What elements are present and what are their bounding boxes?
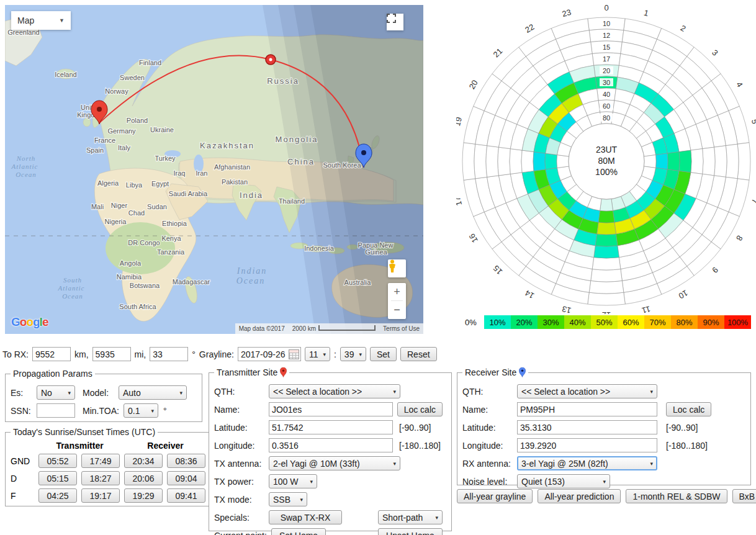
tx-name-input[interactable] (269, 402, 393, 416)
calendar-icon[interactable] (289, 349, 299, 359)
wheel-cell-h12-b80[interactable] (600, 199, 613, 211)
set-button[interactable]: Set (370, 347, 397, 361)
wheel-cell-h12-b17[interactable] (592, 258, 621, 270)
wheel-cell-h18-b12[interactable] (474, 144, 487, 179)
wheel-cell-h6-b12[interactable] (726, 144, 739, 179)
rx-loc-calc-button[interactable]: Loc calc (666, 402, 711, 416)
wheel-cell-h18-b60[interactable] (545, 153, 557, 169)
time-button[interactable]: 19:17 (81, 488, 120, 503)
wheel-cell-h12-b15[interactable] (591, 269, 623, 282)
tx-latitude-input[interactable] (269, 420, 393, 434)
map-canvas[interactable]: GreenlandIcelandFinlandSwedenNorwayUnite… (5, 5, 423, 334)
wheel-cell-h6-b80[interactable] (644, 155, 656, 168)
wheel-cell-h6-b40[interactable] (667, 152, 680, 171)
time-button[interactable]: 20:06 (124, 471, 163, 485)
min-toa-select[interactable]: 0.1 ▾ (124, 403, 158, 418)
zoom-in-button[interactable]: + (388, 283, 406, 300)
time-button[interactable]: 18:27 (81, 471, 120, 485)
wheel-cell-h18-b15[interactable] (486, 146, 498, 178)
tx-antenna-select[interactable]: 2-el Yagi @ 10M (33ft) ▾ (269, 456, 400, 470)
rx-longitude-input[interactable] (517, 438, 657, 452)
distance-km-input[interactable] (32, 347, 71, 361)
chevron-down-icon: ▼ (59, 17, 65, 24)
map-type-selector[interactable]: Map ▼ (11, 11, 71, 30)
unset-home-button[interactable]: Unset Home (378, 528, 443, 535)
map-scale-bar (318, 325, 376, 331)
tx-longitude-input[interactable] (269, 438, 393, 452)
bearing-input[interactable] (150, 347, 188, 361)
midpoint-marker[interactable] (266, 55, 276, 65)
ssn-input[interactable] (37, 403, 75, 418)
fullscreen-button[interactable] (387, 14, 403, 30)
tx-power-select[interactable]: 100 W ▾ (269, 474, 317, 488)
distance-mi-input[interactable] (92, 347, 131, 361)
google-map[interactable]: GreenlandIcelandFinlandSwedenNorwayUnite… (5, 5, 423, 334)
red-pin-icon (280, 367, 287, 377)
tx-loc-calc-button[interactable]: Loc calc (397, 402, 443, 416)
wheel-cell-h18-b17[interactable] (498, 147, 510, 176)
google-logo-letter: G (11, 315, 20, 329)
swap-tx-rx-button[interactable]: Swap TX-RX (269, 510, 342, 524)
rx-noise-select[interactable]: Quiet (153) ▾ (517, 474, 610, 488)
wheel-cell-h6-b20[interactable] (691, 149, 703, 174)
all-year-prediction-button[interactable]: All-year prediction (538, 489, 621, 503)
google-logo[interactable]: Google (11, 315, 48, 329)
time-button[interactable]: 17:49 (81, 454, 120, 468)
wheel-cell-h12-b10[interactable] (588, 292, 626, 305)
wheel-cell-h6-b15[interactable] (714, 146, 727, 178)
time-button[interactable]: 08:36 (167, 454, 205, 468)
tx-mode-select[interactable]: SSB ▾ (269, 492, 307, 506)
time-button[interactable]: 05:15 (38, 471, 77, 485)
wheel-cell-h6-b10[interactable] (737, 143, 750, 181)
path-direction-select[interactable]: Short-path ▾ (378, 510, 443, 524)
rx-latitude-range: [-90..90] (666, 423, 698, 433)
time-button[interactable]: 05:52 (38, 454, 77, 468)
terms-of-use-link[interactable]: Terms of Use (379, 323, 423, 334)
grayline-hour-select[interactable]: 11 ▾ (305, 347, 330, 361)
wheel-cell-h6-b30[interactable] (679, 150, 691, 173)
wheel-cell-h6-b17[interactable] (703, 147, 715, 176)
wheel-cell-h18-b40[interactable] (533, 152, 546, 171)
band-label-12: 12 (603, 32, 610, 39)
zoom-control: + − (388, 283, 406, 319)
time-button[interactable]: 19:29 (124, 488, 163, 503)
time-button[interactable]: 09:41 (167, 488, 205, 503)
grayline-minute-select[interactable]: 39 ▾ (340, 347, 366, 361)
rx-name-label: Name: (462, 405, 517, 415)
band-label-17: 17 (603, 55, 610, 63)
wheel-cell-h18-b80[interactable] (557, 155, 569, 168)
map-label: Turkey (155, 155, 176, 162)
tx-qth-select[interactable]: << Select a location >> ▾ (269, 384, 400, 398)
time-button[interactable]: 20:34 (124, 454, 163, 468)
wheel-cell-h6-b60[interactable] (655, 153, 668, 169)
hour-label-15: 15 (492, 264, 505, 277)
rx-qth-select[interactable]: << Select a location >> ▾ (517, 384, 657, 398)
wheel-cell-h12-b40[interactable] (597, 222, 616, 235)
wheel-cell-h18-b10[interactable] (462, 143, 475, 181)
es-select[interactable]: No ▾ (37, 385, 75, 400)
rx-name-input[interactable] (517, 402, 657, 416)
model-select[interactable]: Auto ▾ (119, 385, 187, 400)
pegman-streetview-button[interactable] (388, 259, 406, 277)
wheel-cell-h12-b12[interactable] (589, 281, 624, 294)
one-month-rel-sdbw-button[interactable]: 1-month REL & SDBW (626, 489, 727, 503)
zoom-out-button[interactable]: − (388, 301, 406, 318)
wheel-cell-h12-b20[interactable] (594, 246, 619, 258)
wheel-cell-h18-b20[interactable] (510, 149, 522, 174)
bxb-button[interactable]: BxB (732, 489, 756, 503)
map-bottom-bar: Map data ©2017 2000 km Terms of Use (235, 323, 423, 334)
rx-latitude-input[interactable] (517, 420, 657, 434)
time-button[interactable]: 09:04 (167, 471, 205, 485)
wheel-cell-h18-b30[interactable] (521, 150, 534, 173)
rx-antenna-select[interactable]: 3-el Yagi @ 25M (82ft) ▾ (517, 456, 657, 470)
map-label: Iceland (55, 71, 76, 78)
set-home-button[interactable]: Set Home (271, 528, 326, 535)
tx-power-label: TX power: (214, 477, 269, 487)
map-attribution: Map data ©2017 (235, 323, 289, 334)
time-button[interactable]: 04:25 (38, 488, 77, 503)
all-year-grayline-button[interactable]: All-year grayline (457, 489, 533, 503)
prognosis-wheel[interactable]: 23UT80M100%01234567891011121314151617181… (456, 5, 756, 314)
reset-button[interactable]: Reset (400, 347, 437, 361)
wheel-cell-h12-b30[interactable] (595, 234, 618, 246)
wheel-cell-h12-b60[interactable] (598, 210, 614, 223)
